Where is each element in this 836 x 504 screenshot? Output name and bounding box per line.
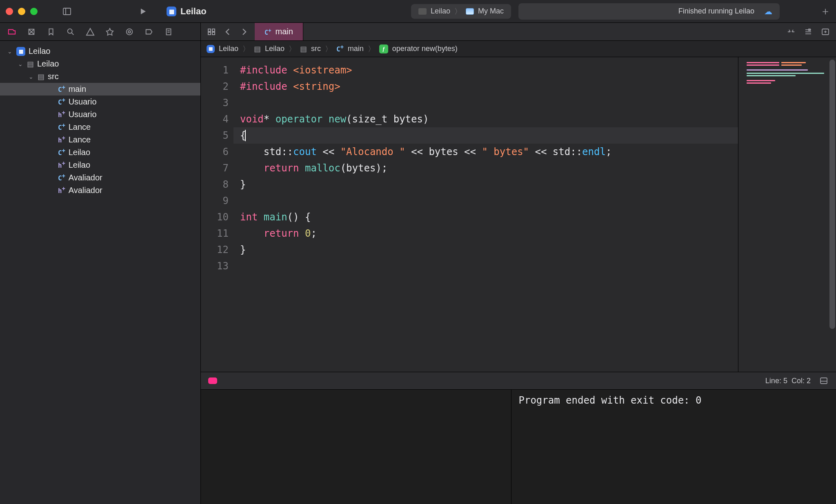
find-navigator-icon[interactable] bbox=[66, 27, 75, 36]
window-controls bbox=[6, 8, 38, 15]
cpp-file-icon: C+ bbox=[58, 148, 65, 157]
debug-area: Program ended with exit code: 0 bbox=[201, 390, 836, 504]
breakpoint-indicator-icon[interactable] bbox=[208, 377, 217, 384]
close-window-button[interactable] bbox=[6, 8, 13, 15]
zoom-window-button[interactable] bbox=[30, 8, 38, 15]
adjust-editor-options-icon[interactable] bbox=[803, 27, 813, 37]
folder-icon: ▤ bbox=[27, 60, 34, 69]
chevron-right-icon: 〉 bbox=[368, 44, 375, 54]
variables-view[interactable] bbox=[201, 390, 511, 504]
cpp-file-icon: C+ bbox=[265, 27, 271, 36]
breakpoint-navigator-icon[interactable] bbox=[145, 27, 153, 36]
method-icon: ƒ bbox=[379, 44, 388, 53]
cpp-file-icon: C+ bbox=[336, 44, 344, 53]
tree-row[interactable]: C+main bbox=[0, 83, 200, 95]
toggle-debug-area-icon[interactable] bbox=[819, 376, 829, 386]
go-back-button[interactable] bbox=[223, 27, 233, 37]
folder-icon: ▤ bbox=[38, 72, 44, 81]
add-editor-icon[interactable] bbox=[820, 27, 830, 37]
jump-bar-segment[interactable]: operator new(bytes) bbox=[392, 44, 458, 53]
chevron-right-icon: 〉 bbox=[325, 44, 332, 54]
chevron-icon: ⌄ bbox=[28, 73, 34, 80]
tree-item-label: Leilao bbox=[29, 47, 50, 56]
code-review-icon[interactable] bbox=[786, 27, 796, 37]
tree-row[interactable]: ⌄▦Leilao bbox=[0, 45, 200, 58]
debug-navigator-icon[interactable] bbox=[125, 27, 134, 36]
tree-row[interactable]: ⌄▤src bbox=[0, 70, 200, 83]
svg-rect-12 bbox=[208, 32, 211, 35]
bookmark-navigator-icon[interactable] bbox=[47, 27, 56, 36]
tree-item-label: Leilao bbox=[37, 59, 59, 69]
svg-point-3 bbox=[68, 29, 72, 33]
run-destination-device: My Mac bbox=[478, 7, 504, 16]
line-gutter: 12345678910111213 bbox=[201, 57, 233, 372]
tree-item-label: main bbox=[69, 84, 86, 94]
jump-bar[interactable]: ▦Leilao〉▤Leilao〉▤src〉C+main〉ƒoperator ne… bbox=[201, 41, 836, 57]
tree-row[interactable]: C+Leilao bbox=[0, 146, 200, 159]
activity-bar: Finished running Leilao ☁︎ bbox=[518, 3, 780, 20]
chevron-icon: ⌄ bbox=[7, 48, 13, 55]
run-button[interactable] bbox=[138, 7, 148, 16]
chevron-right-icon: 〉 bbox=[454, 7, 462, 16]
scheme-selector[interactable]: ▦ Leilao bbox=[167, 6, 207, 17]
console-output[interactable]: Program ended with exit code: 0 bbox=[511, 390, 836, 504]
svg-rect-10 bbox=[208, 29, 211, 31]
tree-row[interactable]: ⌄▤Leilao bbox=[0, 58, 200, 70]
run-destination-project: Leilao bbox=[431, 7, 450, 16]
svg-rect-11 bbox=[212, 29, 215, 31]
tree-item-label: Lance bbox=[69, 122, 91, 132]
app-icon: ▦ bbox=[167, 7, 176, 16]
go-forward-button[interactable] bbox=[239, 27, 249, 37]
jump-bar-segment[interactable]: Leilao bbox=[219, 44, 238, 53]
project-tree: ⌄▦Leilao⌄▤Leilao⌄▤srcC+mainC+Usuarioh+Us… bbox=[0, 41, 200, 504]
tree-row[interactable]: h+Leilao bbox=[0, 159, 200, 171]
titlebar: ▦ Leilao Leilao 〉 My Mac Finished runnin… bbox=[0, 0, 836, 23]
tree-row[interactable]: C+Usuario bbox=[0, 95, 200, 108]
svg-rect-13 bbox=[212, 32, 215, 35]
scheme-name: Leilao bbox=[180, 6, 207, 17]
tree-row[interactable]: h+Usuario bbox=[0, 108, 200, 121]
header-file-icon: h+ bbox=[58, 186, 65, 195]
minimap[interactable] bbox=[738, 57, 836, 372]
new-tab-button[interactable]: ＋ bbox=[820, 7, 830, 16]
project-navigator-icon[interactable] bbox=[7, 27, 16, 36]
jump-bar-segment[interactable]: Leilao bbox=[265, 44, 285, 53]
source-control-navigator-icon[interactable] bbox=[27, 27, 36, 36]
tree-row[interactable]: h+Avaliador bbox=[0, 184, 200, 197]
cpp-file-icon: C+ bbox=[58, 97, 65, 106]
chevron-right-icon: 〉 bbox=[242, 44, 250, 54]
scrollbar-thumb[interactable] bbox=[829, 60, 835, 329]
cloud-icon: ☁︎ bbox=[764, 7, 772, 16]
mac-icon bbox=[466, 8, 474, 15]
navigator-sidebar: ⌄▦Leilao⌄▤Leilao⌄▤srcC+mainC+Usuarioh+Us… bbox=[0, 23, 201, 504]
test-navigator-icon[interactable] bbox=[105, 27, 114, 36]
tree-row[interactable]: C+Avaliador bbox=[0, 171, 200, 184]
folder-icon: ▤ bbox=[300, 44, 307, 53]
tree-row[interactable]: C+Lance bbox=[0, 121, 200, 133]
toggle-left-panel-button[interactable] bbox=[62, 7, 72, 16]
code-content[interactable]: #include <iostream>#include <string>void… bbox=[233, 57, 738, 372]
console-icon bbox=[418, 8, 427, 15]
app-icon: ▦ bbox=[207, 45, 215, 53]
tree-item-label: Usuario bbox=[69, 97, 97, 107]
related-items-icon[interactable] bbox=[207, 27, 216, 37]
chevron-right-icon: 〉 bbox=[289, 44, 296, 54]
cursor-position: Line: 5 Col: 2 bbox=[765, 377, 811, 385]
tree-row[interactable]: h+Lance bbox=[0, 133, 200, 146]
report-navigator-icon[interactable] bbox=[164, 27, 173, 36]
tree-item-label: Usuario bbox=[69, 110, 97, 119]
header-file-icon: h+ bbox=[58, 135, 65, 144]
jump-bar-segment[interactable]: src bbox=[311, 44, 321, 53]
minimize-window-button[interactable] bbox=[18, 8, 25, 15]
editor-area: C+ main ▦Leilao〉▤Leilao〉▤src〉C+main〉ƒope… bbox=[201, 23, 836, 504]
svg-line-4 bbox=[72, 33, 74, 35]
tab-main[interactable]: C+ main bbox=[255, 23, 303, 40]
issue-navigator-icon[interactable] bbox=[86, 27, 95, 36]
svg-rect-21 bbox=[820, 378, 827, 384]
run-destination-selector[interactable]: Leilao 〉 My Mac bbox=[411, 4, 511, 19]
tab-bar: C+ main bbox=[201, 23, 836, 41]
source-editor[interactable]: 12345678910111213 #include <iostream>#in… bbox=[201, 57, 836, 372]
tree-item-label: Avaliador bbox=[69, 173, 102, 182]
jump-bar-segment[interactable]: main bbox=[348, 44, 364, 53]
app-icon: ▦ bbox=[16, 47, 25, 56]
